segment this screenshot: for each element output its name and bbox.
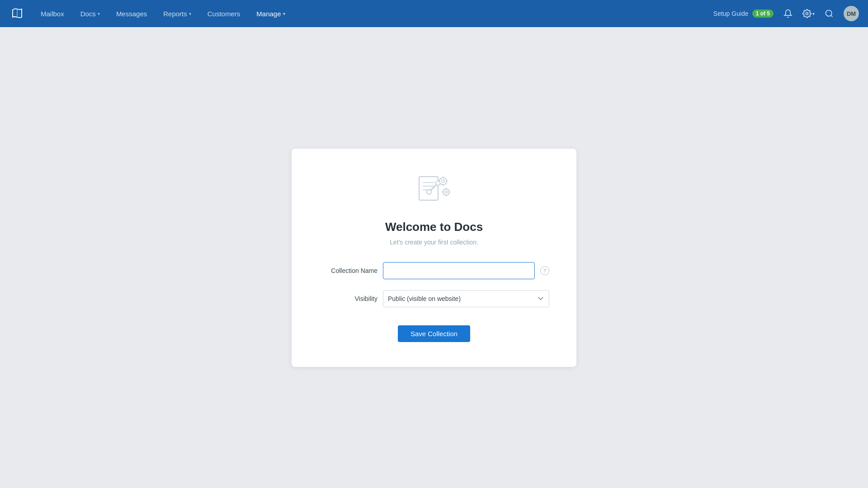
svg-rect-3 — [419, 177, 438, 200]
svg-point-10 — [442, 180, 444, 183]
nav-messages[interactable]: Messages — [108, 0, 155, 27]
avatar[interactable]: DM — [844, 6, 859, 21]
visibility-label: Visibility — [319, 295, 377, 302]
setup-badge: 1 of 5 — [752, 9, 774, 18]
nav-manage[interactable]: Manage ▾ — [248, 0, 293, 27]
save-collection-button[interactable]: Save Collection — [398, 325, 470, 342]
collection-name-input[interactable] — [383, 262, 535, 279]
nav-right: Setup Guide 1 of 5 ▾ DM — [713, 5, 859, 22]
nav-customers[interactable]: Customers — [199, 0, 249, 27]
visibility-select[interactable]: Public (visible on website) Private (hid… — [383, 290, 549, 307]
card-subtitle: Let's create your first collection. — [390, 239, 478, 246]
svg-point-16 — [445, 191, 448, 193]
collection-name-label: Collection Name — [319, 267, 377, 274]
docs-chevron-icon: ▾ — [98, 11, 100, 16]
setup-guide[interactable]: Setup Guide 1 of 5 — [713, 9, 774, 18]
manage-chevron-icon: ▾ — [283, 11, 285, 16]
nav-items: Mailbox Docs ▾ Messages Reports ▾ Custom… — [33, 0, 713, 27]
visibility-row: Visibility Public (visible on website) P… — [319, 290, 549, 307]
notifications-button[interactable] — [780, 5, 796, 22]
app-logo[interactable] — [9, 5, 25, 22]
svg-point-1 — [826, 10, 832, 16]
settings-chevron-icon: ▾ — [812, 11, 815, 16]
svg-point-8 — [427, 190, 431, 194]
nav-mailbox[interactable]: Mailbox — [33, 0, 72, 27]
reports-chevron-icon: ▾ — [189, 11, 191, 16]
welcome-card: Welcome to Docs Let's create your first … — [292, 149, 576, 367]
main-content: Welcome to Docs Let's create your first … — [0, 27, 868, 488]
card-title: Welcome to Docs — [385, 220, 483, 234]
nav-docs[interactable]: Docs ▾ — [72, 0, 108, 27]
nav-reports[interactable]: Reports ▾ — [155, 0, 199, 27]
collection-name-row: Collection Name ? — [319, 262, 549, 279]
svg-point-0 — [806, 13, 808, 15]
help-icon[interactable]: ? — [540, 266, 549, 275]
collection-form: Collection Name ? Visibility Public (vis… — [319, 262, 549, 342]
search-button[interactable] — [821, 5, 837, 22]
card-illustration — [414, 171, 454, 209]
svg-line-2 — [831, 15, 833, 17]
setup-guide-label: Setup Guide — [713, 10, 749, 17]
navbar: Mailbox Docs ▾ Messages Reports ▾ Custom… — [0, 0, 868, 27]
settings-button[interactable]: ▾ — [802, 9, 815, 18]
